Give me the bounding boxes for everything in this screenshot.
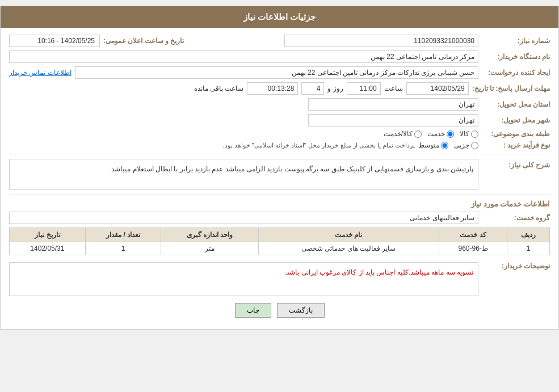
row-ijadKonande: ایجاد کننده درخواست: حسن شیبانی برزی تدا… [9,66,550,79]
mohlatErsal-fields: 1402/05/29 ساعت 11:00 روز و 4 00:13:28 س… [9,82,469,95]
td-nam: سایر فعالیت های خدماتی شخصی [258,242,439,255]
row-shahr: شهر محل تحویل: تهران [9,114,550,127]
td-radif: 1 [507,242,550,255]
row-noeFarayand: نوع فرآیند خرید : جزیی متوسط پرداخت تمام… [9,141,550,149]
goroh-label: گروه خدمت: [482,214,550,222]
buttons-row: بازگشت چاپ [9,303,550,318]
tabaqe-khedmat-item: خدمت [427,130,454,138]
khedamat-section-title: اطلاعات خدمات مورد نیاز [9,200,550,208]
tabaqe-khedmat-label: خدمت [427,130,445,138]
noeFarayand-jezyi-label: جزیی [454,141,469,149]
divider-1 [9,154,550,154]
chap-button[interactable]: چاپ [235,303,271,318]
td-tedad: 1 [85,242,161,255]
row-tosih: توضیحات خریدار: تسویه سه ماهه میباشد.کلی… [9,260,550,296]
noeFarayand-jezyi-radio[interactable] [471,142,478,149]
noeFarayand-motevaset-radio[interactable] [441,142,448,149]
th-tarikh: تاریخ نیاز [10,228,86,242]
ijadKonande-label: ایجاد کننده درخواست: [482,69,550,77]
tabaqe-radio-group: کالا خدمت کالا/خدمت [384,130,478,138]
header-title: جزئیات اطلاعات نیاز [243,12,316,22]
tosih-value: تسویه سه ماهه میباشد.کلیه اجناس باید از … [9,262,478,296]
row-mohlatErsal: مهلت ارسال پاسخ: تا تاریخ: 1402/05/29 سا… [9,82,550,95]
tosih-label: توضیحات خریدار: [482,260,550,270]
row-ostan: استان محل تحویل: تهران [9,98,550,111]
th-radif: ردیف [507,228,550,242]
ostan-label: استان محل تحویل: [482,100,550,108]
mohlatRooz-value: 4 [301,82,324,95]
tabaqe-kala-label: کالا [460,130,469,138]
shahr-label: شهر محل تحویل: [482,116,550,124]
page-wrapper: جزئیات اطلاعات نیاز شماره نیاز: 11020933… [0,6,559,330]
sharhKoli-label: شرح کلی نیاز: [482,159,550,169]
content-area: شماره نیاز: 1102093321000030 تاریخ و ساع… [1,28,558,329]
shomareNiaz-label: شماره نیاز: [482,37,550,45]
row-namDastgah: نام دستگاه خریدار: مرکز درمانی تامین اجت… [9,50,550,63]
tabaqe-khedmat-radio[interactable] [447,130,454,138]
td-vahed: متر [161,242,258,255]
noeFarayand-note: پرداخت تمام یا بخشی از مبلغ خریداز محل "… [222,142,415,149]
row-goroh: گروه خدمت: سایر فعالیتهای خدماتی [9,212,550,224]
etelaatTamas-link[interactable]: اطلاعات تماس خریدار [9,69,72,77]
ostan-value: تهران [308,98,478,111]
noeFarayand-radio-group: جزیی متوسط [418,141,478,149]
shomareNiaz-value: 1102093321000030 [284,35,478,47]
th-nam: نام خدمت [258,228,439,242]
tabaqe-label: طبقه بندی موضوعی: [482,130,550,138]
noeFarayand-label: نوع فرآیند خرید : [482,141,550,149]
namDastgah-value: مرکز درمانی تامین اجتماعی 22 بهمن [9,50,478,63]
shahr-value: تهران [308,114,478,127]
mohlatBaqi-label: ساعت باقی مانده [194,85,244,92]
mohlatBaqi-value: 00:13:28 [247,82,298,95]
mohlatDate-value: 1402/05/29 [406,82,469,95]
service-table: ردیف کد خدمت نام خدمت واحد اندازه گیری ت… [9,227,550,255]
td-kod: ط-96-960 [439,242,507,255]
tabaqe-kala-radio[interactable] [471,130,478,138]
mohlatRooz-label: روز و [327,85,343,92]
td-tarikh: 1402/05/31 [10,242,86,255]
mohlatSaat-label: ساعت [384,85,403,92]
noeFarayand-motevaset-item: متوسط [418,141,448,149]
mohlatErsal-label: مهلت ارسال پاسخ: تا تاریخ: [472,85,550,92]
divider-2 [9,195,550,195]
namDastgah-label: نام دستگاه خریدار: [482,53,550,61]
noeFarayand-jezyi-item: جزیی [454,141,478,149]
tarikhoSaat-value: 1402/05/25 - 10:16 [9,35,100,47]
table-header-row: ردیف کد خدمت نام خدمت واحد اندازه گیری ت… [10,228,550,242]
row-shomareNiaz: شماره نیاز: 1102093321000030 تاریخ و ساع… [9,35,550,47]
tarikhoSaat-label: تاریخ و ساعت اعلان عمومی: [103,37,184,45]
bazgasht-button[interactable]: بازگشت [277,303,325,318]
th-tedad: تعداد / مقدار [85,228,161,242]
th-vahed: واحد اندازه گیری [161,228,258,242]
page-header: جزئیات اطلاعات نیاز [1,6,558,28]
ijadKonande-value: حسن شیبانی برزی تدارکات مرکز درمانی تامی… [75,66,478,79]
noeFarayand-motevaset-label: متوسط [418,141,439,149]
row-sharhKoli: شرح کلی نیاز: پارتیشن بندی و بازسازی قسم… [9,159,550,190]
tabaqe-kala-khedmat-radio[interactable] [414,130,422,138]
table-row: 1ط-96-960سایر فعالیت های خدماتی شخصیمتر1… [10,242,550,255]
tabaqe-kala-khedmat-item: کالا/خدمت [384,130,422,138]
goroh-value: سایر فعالیتهای خدماتی [9,212,478,224]
th-kod: کد خدمت [439,228,507,242]
sharhKoli-value: پارتیشن بندی و بازسازی قسمتهایی از کلینی… [9,159,478,190]
row-tabaqe: طبقه بندی موضوعی: کالا خدمت کالا/خدمت [9,130,550,138]
tabaqe-kala-khedmat-label: کالا/خدمت [384,130,413,138]
mohlatSaat-value: 11:00 [347,82,381,95]
tabaqe-kala-item: کالا [460,130,478,138]
